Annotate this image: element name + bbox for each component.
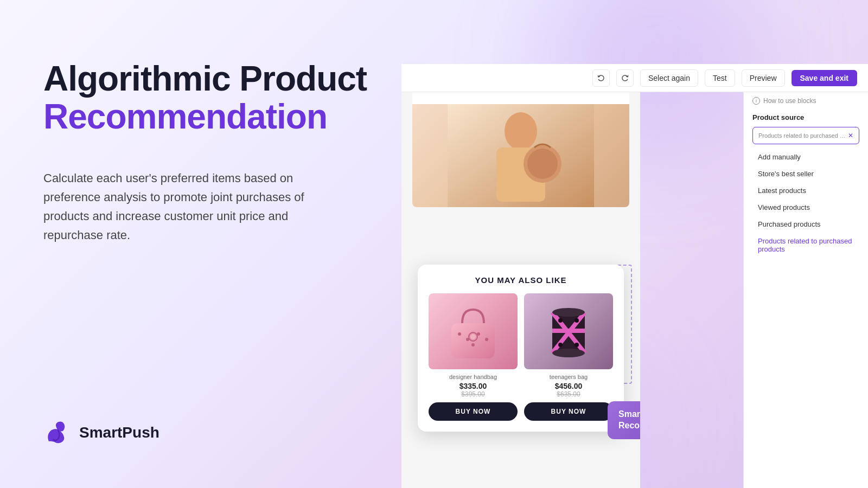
test-button[interactable]: Test [705, 69, 735, 87]
product-2-price: $456.00 [524, 382, 613, 390]
redo-button[interactable] [616, 69, 634, 87]
source-dropdown-value: Products related to purchased products [758, 132, 846, 139]
product-source-label: Product source [752, 113, 859, 121]
select-again-button[interactable]: Select again [640, 69, 698, 87]
page-title: Algorithmic Product Recommendation [43, 60, 380, 136]
source-dropdown[interactable]: Products related to purchased products ✕ [752, 127, 859, 144]
product-1-original-price: $395.00 [429, 390, 518, 398]
settings-panel: Product Style i How to use blocks Produc… [743, 64, 868, 488]
svg-point-1 [505, 112, 537, 150]
svg-point-20 [575, 343, 579, 347]
handbag-icon [443, 299, 503, 364]
rec-product-img-2 [524, 293, 613, 369]
svg-point-18 [575, 318, 579, 323]
logo-area: SmartPush [43, 421, 159, 445]
info-icon: i [752, 97, 760, 105]
svg-point-10 [471, 343, 475, 346]
smart-recommendation-badge: SmartRecommendation [608, 401, 640, 439]
settings-section: i How to use blocks Product source Produ… [744, 89, 868, 265]
product-2-original-price: $635.00 [524, 390, 613, 398]
option-viewed-products[interactable]: Viewed products [752, 199, 859, 216]
editor-panel: Select again Test Preview Save and exit … [401, 0, 868, 488]
logo-text: SmartPush [79, 424, 159, 441]
toolbar: Select again Test Preview Save and exit [401, 64, 868, 92]
how-to-use[interactable]: i How to use blocks [752, 97, 859, 105]
svg-point-4 [527, 149, 558, 179]
rec-title: You may also like [429, 275, 613, 285]
preview-button[interactable]: Preview [742, 69, 785, 87]
svg-point-6 [458, 332, 461, 336]
product-1-name: designer handbag [429, 374, 518, 380]
rec-product-1: designer handbag $335.00 $395.00 BUY NOW [429, 293, 518, 421]
undo-button[interactable] [592, 69, 610, 87]
option-related-products[interactable]: Products related to purchased products [752, 233, 859, 258]
how-to-use-label: How to use blocks [763, 97, 816, 105]
option-purchased-products[interactable]: Purchased products [752, 216, 859, 233]
cylinder-bag-icon [541, 299, 596, 364]
svg-point-19 [558, 343, 563, 347]
page-description: Calculate each user's preferred items ba… [43, 169, 347, 245]
smartpush-logo-icon [43, 421, 72, 445]
product-2-name: teenagers bag [524, 374, 613, 380]
svg-rect-16 [552, 329, 585, 333]
chevron-down-icon: ✕ [848, 132, 853, 139]
save-exit-button[interactable]: Save and exit [792, 70, 858, 86]
option-latest-products[interactable]: Latest products [752, 182, 859, 199]
rec-products: designer handbag $335.00 $395.00 BUY NOW [429, 293, 613, 421]
left-content: Algorithmic Product Recommendation Calcu… [43, 60, 380, 245]
rec-product-2: teenagers bag $456.00 $635.00 BUY NOW [524, 293, 613, 421]
recommendations-popup: You may also like [418, 265, 624, 432]
svg-point-21 [552, 308, 585, 317]
source-options-list: Add manually Store's best seller Latest … [752, 149, 859, 258]
preview-canvas: 🛍 BAGBAG [401, 64, 640, 488]
rec-product-img-1 [429, 293, 518, 369]
option-best-seller[interactable]: Store's best seller [752, 165, 859, 182]
buy-now-button-2[interactable]: BUY NOW [524, 402, 613, 421]
option-add-manually[interactable]: Add manually [752, 149, 859, 165]
product-card: 🛍 BAGBAG [412, 75, 629, 207]
svg-point-12 [470, 334, 476, 339]
product-illustration [448, 104, 594, 207]
svg-point-22 [552, 349, 585, 357]
svg-point-9 [485, 338, 488, 341]
product-1-price: $335.00 [429, 382, 518, 390]
svg-point-17 [558, 318, 563, 323]
buy-now-button-1[interactable]: BUY NOW [429, 402, 518, 421]
product-main-image [412, 104, 629, 207]
